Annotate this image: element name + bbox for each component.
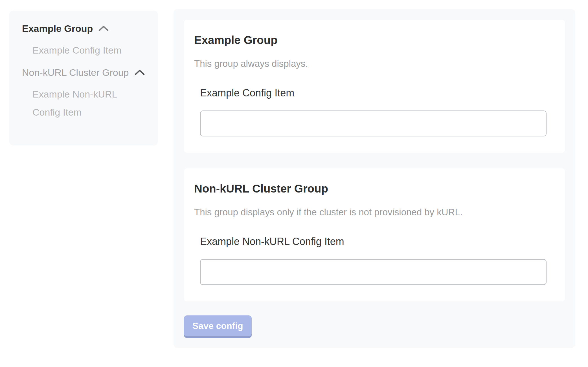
config-group-card-non-kurl-cluster-group: Non-kURL Cluster Group This group displa… [184, 168, 565, 301]
group-title: Example Group [194, 33, 555, 47]
config-item: Example Config Item [200, 87, 555, 136]
example-non-kurl-config-item-input[interactable] [200, 259, 547, 285]
sidebar-group-label: Non-kURL Cluster Group [22, 63, 129, 82]
config-item-label: Example Non-kURL Config Item [200, 235, 555, 248]
group-description: This group displays only if the cluster … [194, 207, 555, 218]
sidebar-item-example-config-item[interactable]: Example Config Item [32, 41, 147, 59]
chevron-up-icon[interactable] [98, 25, 109, 32]
config-item-label: Example Config Item [200, 87, 555, 99]
save-config-button[interactable]: Save config [184, 315, 252, 336]
config-main-panel: Example Group This group always displays… [174, 9, 575, 348]
sidebar-item-example-non-kurl-config-item[interactable]: Example Non-kURL Config Item [32, 85, 140, 121]
sidebar-group-non-kurl-cluster-group[interactable]: Non-kURL Cluster Group [22, 63, 147, 82]
sidebar-group-example-group[interactable]: Example Group [22, 19, 147, 38]
config-page: Example Group Example Config Item Non-kU… [0, 0, 588, 348]
sidebar-group-label: Example Group [22, 19, 93, 38]
config-item: Example Non-kURL Config Item [200, 235, 555, 285]
group-title: Non-kURL Cluster Group [194, 181, 555, 196]
example-config-item-input[interactable] [200, 110, 547, 136]
config-group-card-example-group: Example Group This group always displays… [184, 20, 565, 153]
group-description: This group always displays. [194, 58, 555, 69]
chevron-up-icon[interactable] [134, 69, 145, 76]
config-nav-sidebar: Example Group Example Config Item Non-kU… [9, 11, 158, 145]
